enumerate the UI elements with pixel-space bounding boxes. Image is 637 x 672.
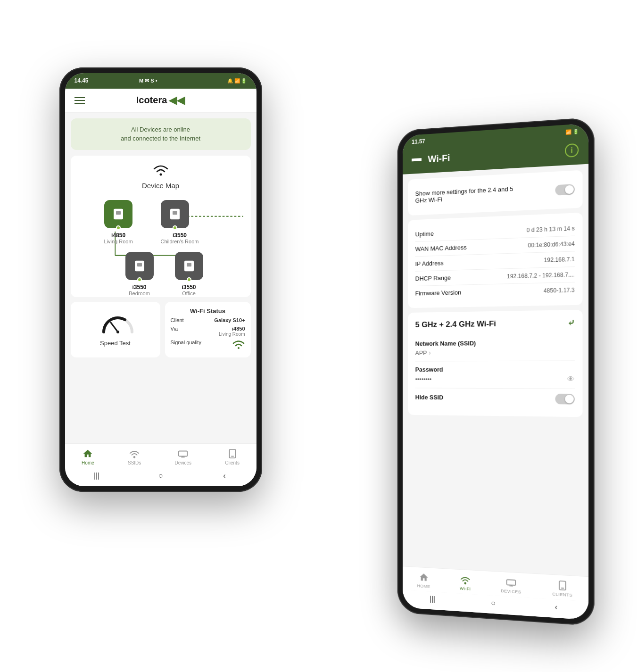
wan-mac-label: WAN MAC Address [415,244,466,253]
svg-point-18 [238,347,240,349]
phone2-nav-home[interactable]: HOME [417,572,430,589]
network-name-field: Network Name (SSID) APP › [415,334,574,361]
hide-ssid-label: Hide SSID [415,393,443,400]
speed-test-label: Speed Test [100,340,131,347]
device-node-i3550-office[interactable]: i3550 Office [175,252,203,296]
share-icon[interactable]: ⤶ [567,317,575,328]
status-line1: All Devices are online [80,125,241,134]
dhcp-value: 192.168.7.2 - 192.168.7.... [507,271,575,279]
via-device: i4850 [219,326,245,332]
device-map-header: Device Map [78,163,243,190]
wifi-client-row: Client Galaxy S10+ [171,317,245,323]
app-logo: Icotera ◀◀ [136,94,185,107]
phone2-time: 11.57 [411,138,425,145]
firmware-value: 4850-1.17.3 [543,286,574,294]
uptime-value: 0 d 23 h 13 m 14 s [526,224,574,233]
svg-rect-11 [173,211,177,215]
client-label: Client [171,317,184,323]
svg-point-19 [134,456,135,457]
phone1-bottom-nav: Home SSIDs Devices [65,443,256,468]
phone1-main-content: All Devices are online and connected to … [65,113,256,443]
ip-value: 192.168.7.1 [544,256,574,263]
firmware-label: Firmware Version [415,289,461,297]
phone2: 11.57 📶 🔋 Wi-Fi i Show more settings fo [397,117,594,626]
hide-ssid-toggle[interactable] [555,393,574,404]
bottom-panels: Speed Test Wi-Fi Status Client Galaxy S1… [71,302,251,357]
device-node-i3550-children[interactable]: i3550 Children's Room [161,200,199,244]
show-more-toggle[interactable] [555,184,574,195]
speed-test-panel[interactable]: Speed Test [71,302,160,357]
info-icon: i [571,146,573,155]
nav-home-label: Home [82,460,94,465]
phone2-status-icons: 📶 🔋 [565,128,579,134]
ip-label: IP Address [415,259,443,267]
password-field: Password •••••••• 👁 [415,361,574,389]
hamburger-menu[interactable] [74,97,85,104]
eye-icon[interactable]: 👁 [567,375,575,383]
phone2-gesture-recent: ‹ [551,602,561,612]
device-map-title: Device Map [142,182,179,190]
via-label: Via [171,326,178,337]
show-more-label: Show more settings for the 2.4 and 5 GHz… [415,185,517,204]
info-button[interactable]: i [565,143,579,157]
gesture-back: ||| [92,471,101,481]
uptime-label: Uptime [415,230,433,238]
phone1-gesture-bar: ||| ○ ‹ [65,468,256,486]
svg-point-25 [464,582,466,584]
device-node-i3550-bedroom[interactable]: i3550 Bedroom [125,252,154,296]
wifi-via-row: Via i4850 Living Room [171,326,245,337]
svg-rect-9 [116,211,121,215]
phone1: 14.45 M ✉ S • 🔔 📶 🔋 Icotera ◀◀ [59,67,262,492]
show-more-row: Show more settings for the 2.4 and 5 GHz… [415,178,574,207]
info-rows-card: Uptime 0 d 23 h 13 m 14 s WAN MAC Addres… [408,212,582,307]
nav-clients[interactable]: Clients [225,448,240,465]
status-banner: All Devices are online and connected to … [71,118,251,150]
password-label: Password [415,365,574,373]
show-more-settings-card: Show more settings for the 2.4 and 5 GHz… [408,170,582,215]
speedometer-icon [99,312,132,336]
gesture-home: ○ [156,471,165,481]
phone2-nav-wifi[interactable]: Wi-Fi [460,574,471,591]
svg-rect-23 [229,449,235,457]
svg-rect-20 [179,451,187,456]
client-value: Galaxy S10+ [214,317,245,323]
status-line2: and connected to the Internet [80,134,241,143]
logo-chevrons: ◀◀ [169,94,185,107]
phone2-gesture-home: ○ [488,598,498,608]
wifi-frequency-heading: 5 GHz + 2.4 GHz Wi-Fi ⤶ [415,317,574,330]
phone2-nav-wifi-label: Wi-Fi [460,586,471,591]
network-name-label: Network Name (SSID) [415,339,574,347]
phone2-nav-devices[interactable]: DEVICES [501,576,521,594]
phone2-hamburger[interactable] [411,158,421,161]
wireless-signal-icon [152,163,169,180]
wifi-frequency-title: 5 GHz + 2.4 GHz Wi-Fi [415,319,496,329]
phone2-gesture-back: ||| [428,594,437,604]
svg-rect-26 [506,580,515,585]
nav-home[interactable]: Home [82,448,94,465]
nav-clients-label: Clients [225,460,240,465]
wifi-status-title: Wi-Fi Status [171,307,245,315]
via-location: Living Room [219,332,245,337]
device-tree: i4850 Living Room i3550 Childre [78,195,243,290]
logo-text: Icotera [136,95,167,106]
phone1-time: 14.45 [74,77,89,84]
wan-mac-value: 00:1e:80:d6:43:e4 [528,240,574,249]
nav-devices[interactable]: Devices [175,448,192,465]
hide-ssid-field: Hide SSID [415,388,574,409]
scene: 14.45 M ✉ S • 🔔 📶 🔋 Icotera ◀◀ [36,30,602,643]
phone2-nav-clients[interactable]: CLIENTS [552,580,572,597]
nav-ssids[interactable]: SSIDs [128,448,141,465]
chevron-right-icon: › [429,348,430,356]
nav-devices-label: Devices [175,460,192,465]
phone2-title: Wi-Fi [428,145,558,164]
svg-rect-15 [187,263,191,266]
password-value: •••••••• [415,375,431,382]
phone1-status-icons: M ✉ S • [139,77,177,85]
phone1-status-bar: 14.45 M ✉ S • 🔔 📶 🔋 [65,73,256,89]
svg-rect-13 [137,263,142,266]
wifi-frequency-card: 5 GHz + 2.4 GHz Wi-Fi ⤶ Network Name (SS… [408,309,582,417]
signal-icon [232,340,245,352]
wifi-status-panel: Wi-Fi Status Client Galaxy S10+ Via i485… [165,302,251,357]
phone2-nav-home-label: HOME [417,583,430,589]
device-node-i4850[interactable]: i4850 Living Room [104,200,133,244]
